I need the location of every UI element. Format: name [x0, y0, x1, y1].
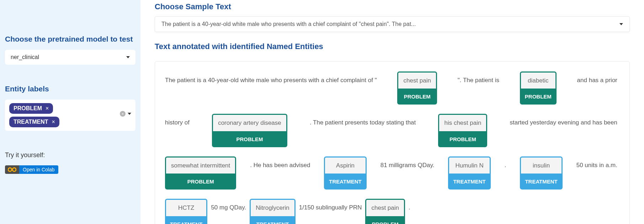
try-it-label: Try it yourself: — [5, 151, 135, 159]
text-span: history of — [165, 114, 190, 129]
sample-text-select[interactable]: The patient is a 40-year-old white male … — [155, 16, 630, 32]
sample-text-heading: Choose Sample Text — [155, 2, 630, 11]
colab-logo-icon — [5, 165, 19, 174]
entity-treatment: HCTZTREATMENT — [165, 199, 207, 224]
close-icon[interactable]: × — [52, 119, 55, 125]
text-span: started yesterday evening and has been — [510, 114, 617, 129]
entity-treatment: Humulin NTREATMENT — [448, 156, 490, 190]
entity-label: PROBLEM — [438, 131, 487, 147]
entity-problem: chest painPROBLEM — [397, 71, 437, 105]
entity-label: PROBLEM — [165, 174, 236, 190]
chip-label: PROBLEM — [14, 105, 42, 112]
entity-token: diabetic — [520, 71, 557, 89]
entity-treatment: AspirinTREATMENT — [324, 156, 366, 190]
annotated-line: somewhat intermittentPROBLEM. He has bee… — [165, 156, 619, 190]
text-span: 1/150 sublingually PRN — [299, 199, 362, 214]
multiselect-controls: × — [120, 111, 131, 117]
model-select[interactable]: ner_clinical — [5, 50, 135, 65]
text-span: . He has been advised — [250, 156, 310, 172]
annotated-text-box: The patient is a 40-year-old white male … — [155, 61, 630, 224]
model-selected-value: ner_clinical — [11, 54, 39, 60]
entity-token: Humulin N — [448, 156, 490, 174]
chip-column: PROBLEM × TREATMENT × — [9, 103, 59, 127]
entity-label: PROBLEM — [365, 216, 405, 224]
entity-label: PROBLEM — [520, 89, 557, 105]
chip-problem[interactable]: PROBLEM × — [9, 103, 53, 114]
entity-label: TREATMENT — [520, 174, 562, 190]
colab-button-label: Open in Colab — [19, 165, 58, 174]
entity-token: Nitroglycerin — [250, 199, 295, 216]
text-span: 81 milligrams QDay. — [380, 156, 435, 172]
svg-point-0 — [8, 168, 12, 171]
chevron-down-icon[interactable] — [128, 113, 131, 115]
close-icon[interactable]: × — [46, 105, 49, 112]
entity-label: TREATMENT — [165, 216, 207, 224]
text-span: ". The patient is — [458, 71, 499, 87]
entity-problem: diabeticPROBLEM — [520, 71, 557, 105]
chip-treatment[interactable]: TREATMENT × — [9, 117, 59, 127]
chevron-down-icon — [619, 23, 623, 25]
annotated-line: HCTZTREATMENT 50 mg QDay. NitroglycerinT… — [165, 199, 619, 224]
sample-selected-value: The patient is a 40-year-old white male … — [161, 21, 416, 27]
annotated-line: The patient is a 40-year-old white male … — [165, 71, 619, 105]
text-span: . — [409, 199, 410, 214]
entity-treatment: insulinTREATMENT — [520, 156, 562, 190]
entity-label: TREATMENT — [250, 216, 295, 224]
text-span: and has a prior — [577, 71, 617, 87]
text-span: 50 mg QDay. — [211, 199, 246, 214]
entity-token: insulin — [520, 156, 562, 174]
text-span: 50 units in a.m. — [576, 156, 617, 172]
entity-token: Aspirin — [324, 156, 366, 174]
text-span: The patient is a 40-year-old white male … — [165, 71, 377, 87]
entity-problem: his chest painPROBLEM — [438, 114, 487, 147]
sidebar: Choose the pretrained model to test ner_… — [0, 0, 140, 224]
entity-token: coronary artery disease — [212, 114, 287, 131]
entity-problem: somewhat intermittentPROBLEM — [165, 156, 236, 190]
chip-label: TREATMENT — [14, 119, 48, 125]
entity-token: his chest pain — [438, 114, 487, 131]
entity-problem: chest painPROBLEM — [365, 199, 405, 224]
entity-label: TREATMENT — [324, 174, 366, 190]
entity-token: HCTZ — [165, 199, 207, 216]
entity-problem: coronary artery diseasePROBLEM — [212, 114, 287, 147]
text-span: . The patient presents today stating tha… — [310, 114, 416, 129]
open-in-colab-button[interactable]: Open in Colab — [5, 165, 58, 174]
main-content: Choose Sample Text The patient is a 40-y… — [140, 0, 644, 224]
entity-token: somewhat intermittent — [165, 156, 236, 174]
annotated-line: history of coronary artery diseasePROBLE… — [165, 114, 619, 147]
clear-all-icon[interactable]: × — [120, 111, 126, 117]
svg-point-1 — [12, 168, 16, 171]
entity-labels-heading: Entity labels — [5, 85, 135, 93]
entity-label: TREATMENT — [448, 174, 490, 190]
chevron-down-icon — [126, 56, 130, 58]
entity-token: chest pain — [397, 71, 437, 89]
text-span: . — [505, 156, 506, 172]
annotated-heading: Text annotated with identified Named Ent… — [155, 42, 630, 51]
entity-labels-select[interactable]: PROBLEM × TREATMENT × × — [5, 100, 135, 131]
entity-token: chest pain — [365, 199, 405, 216]
entity-treatment: NitroglycerinTREATMENT — [250, 199, 295, 224]
model-heading: Choose the pretrained model to test — [5, 35, 135, 43]
entity-label: PROBLEM — [212, 131, 287, 147]
entity-label: PROBLEM — [397, 89, 437, 105]
